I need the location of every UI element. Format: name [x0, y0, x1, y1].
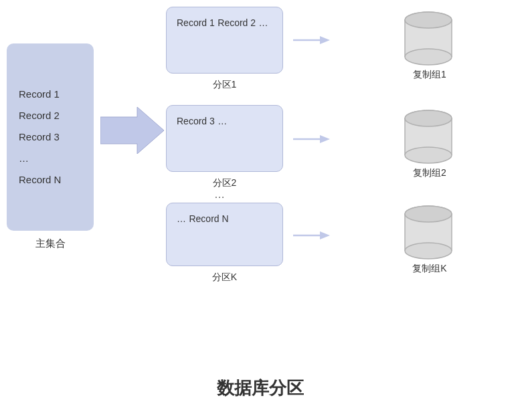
partition-label-3: 分区K: [166, 272, 283, 284]
small-arrow-1-icon: [293, 33, 330, 47]
main-collection-item-4: …: [19, 150, 82, 167]
partition-3-item-1: …: [177, 213, 186, 224]
main-collection-item-5: Record N: [19, 172, 82, 188]
partition-label-1: 分区1: [166, 79, 283, 91]
replica-cylinder-3: [402, 204, 455, 264]
svg-marker-2: [320, 36, 330, 44]
main-collection-box: Record 1 Record 2 Record 3 … Record N: [7, 43, 94, 231]
replica-cylinder-1: [402, 10, 455, 70]
partition-box-3: … Record N: [166, 203, 283, 266]
partition-2-item-1: Record 3: [177, 116, 215, 126]
replica-label-3: 复制组K: [396, 263, 463, 275]
replica-label-2: 复制组2: [396, 167, 463, 179]
big-arrow-icon: [100, 107, 164, 154]
partition-box-2: Record 3 …: [166, 105, 283, 172]
partition-box-1: Record 1 Record 2 …: [166, 7, 283, 74]
partition-1-item-3: …: [259, 17, 268, 28]
svg-point-21: [405, 243, 452, 259]
svg-point-12: [405, 12, 452, 28]
partition-1-item-2: Record 2: [218, 17, 256, 28]
main-collection-label: 主集合: [7, 237, 94, 250]
svg-point-24: [405, 206, 452, 222]
diagram-container: Record 1 Record 2 Record 3 … Record N 主集…: [0, 0, 520, 420]
svg-point-15: [405, 147, 452, 163]
small-arrow-2-icon: [293, 132, 330, 146]
partition-label-2: 分区2: [166, 177, 283, 189]
dots-between-partitions: …: [214, 189, 225, 201]
partition-3-item-2: Record N: [189, 213, 228, 224]
page-title: 数据库分区: [0, 377, 520, 400]
replica-cylinder-2: [402, 108, 455, 168]
main-collection-item-2: Record 2: [19, 108, 82, 124]
replica-label-1: 复制组1: [396, 69, 463, 81]
svg-marker-0: [100, 107, 164, 154]
small-arrow-3-icon: [293, 229, 330, 242]
svg-marker-6: [320, 231, 330, 239]
partition-1-item-1: Record 1: [177, 17, 215, 28]
main-collection-item-1: Record 1: [19, 86, 82, 102]
partition-2-item-2: …: [218, 116, 227, 126]
svg-marker-4: [320, 135, 330, 143]
svg-point-18: [405, 110, 452, 126]
main-collection-item-3: Record 3: [19, 129, 82, 145]
svg-point-9: [405, 49, 452, 65]
